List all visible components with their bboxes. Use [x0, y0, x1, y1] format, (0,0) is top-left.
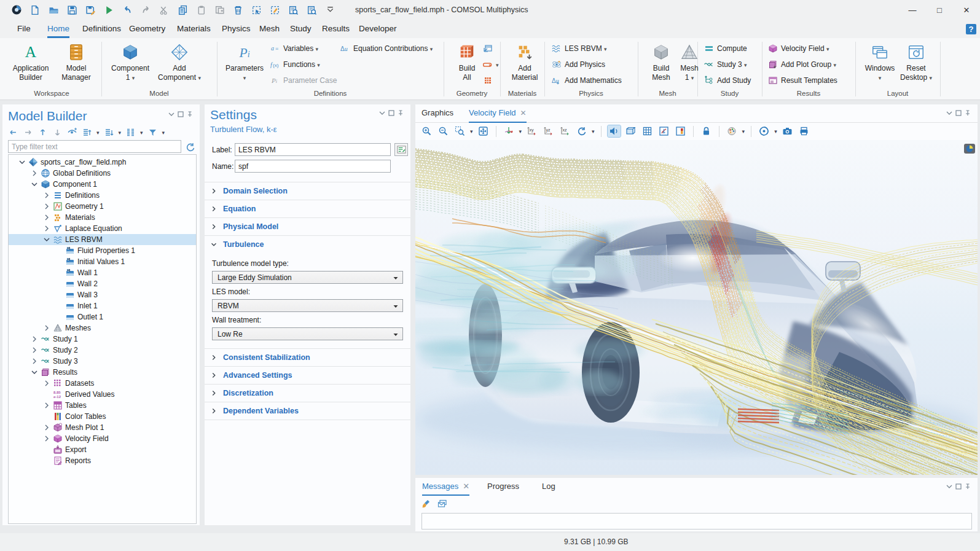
svg-text:(x): (x) [273, 63, 279, 68]
svg-text:xz: xz [563, 128, 568, 132]
svg-text:xy: xy [530, 128, 535, 133]
svg-text:yz: yz [546, 128, 551, 133]
svg-text:Δu: Δu [340, 45, 348, 52]
svg-text:8.85: 8.85 [53, 391, 61, 394]
svg-text:Pi: Pi [238, 45, 249, 60]
svg-text:=: = [275, 45, 278, 52]
svg-text:A: A [25, 43, 37, 60]
svg-text:Pi: Pi [271, 77, 277, 84]
svg-text:e-12: e-12 [53, 395, 61, 399]
svg-text:a: a [271, 45, 274, 52]
